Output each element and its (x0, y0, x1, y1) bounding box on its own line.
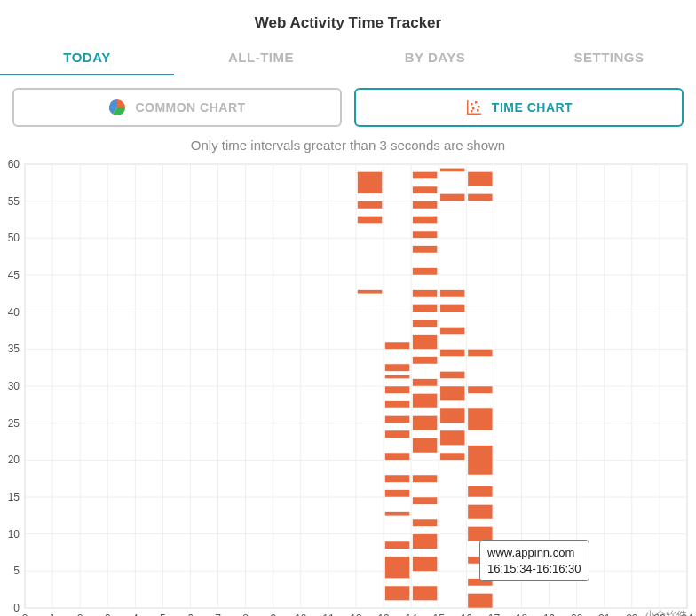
svg-rect-90 (440, 304, 465, 312)
svg-rect-2 (471, 103, 473, 106)
tab-by-days[interactable]: BY DAYS (348, 41, 522, 75)
svg-rect-5 (478, 106, 480, 108)
svg-text:8: 8 (242, 612, 249, 616)
svg-rect-51 (385, 342, 410, 349)
svg-text:12: 12 (350, 612, 362, 616)
svg-text:0: 0 (13, 602, 20, 614)
svg-text:4: 4 (132, 612, 138, 616)
svg-rect-47 (358, 171, 383, 193)
svg-rect-53 (385, 375, 410, 379)
svg-text:55: 55 (8, 195, 20, 208)
svg-rect-67 (413, 201, 438, 209)
svg-text:35: 35 (8, 343, 20, 355)
svg-rect-62 (385, 541, 410, 549)
svg-rect-79 (413, 415, 438, 430)
svg-rect-80 (413, 438, 438, 453)
svg-rect-81 (413, 475, 438, 482)
watermark: 小众软件 (645, 608, 687, 616)
svg-rect-55 (385, 401, 410, 408)
svg-text:14: 14 (405, 612, 417, 616)
subtab-common-chart[interactable]: COMMON CHART (12, 88, 342, 127)
svg-text:40: 40 (8, 306, 20, 319)
svg-rect-93 (440, 371, 465, 378)
svg-rect-65 (413, 171, 438, 178)
svg-rect-82 (413, 497, 438, 504)
svg-rect-84 (413, 534, 438, 549)
svg-rect-92 (440, 349, 465, 356)
scatter-chart-icon (465, 99, 483, 116)
svg-rect-68 (413, 216, 438, 223)
svg-rect-70 (413, 246, 438, 253)
svg-rect-85 (413, 557, 438, 572)
time-chart: 0123456789101112131415161718192021222324… (0, 160, 696, 616)
svg-rect-89 (440, 290, 465, 297)
svg-text:6: 6 (187, 612, 194, 616)
svg-rect-54 (385, 386, 410, 393)
subtab-time-chart[interactable]: TIME CHART (354, 88, 684, 127)
svg-rect-6 (471, 110, 473, 113)
svg-rect-95 (440, 408, 465, 423)
svg-text:5: 5 (13, 565, 20, 577)
svg-text:22: 22 (626, 612, 638, 616)
svg-text:1: 1 (50, 612, 56, 616)
svg-rect-71 (413, 268, 438, 275)
svg-rect-64 (385, 586, 410, 601)
svg-rect-7 (477, 109, 479, 112)
svg-rect-63 (385, 557, 410, 579)
svg-rect-78 (413, 393, 438, 408)
svg-text:60: 60 (8, 160, 20, 170)
svg-rect-58 (385, 453, 410, 460)
svg-rect-97 (440, 453, 465, 460)
svg-rect-50 (358, 290, 383, 294)
svg-rect-76 (413, 357, 438, 364)
chart-type-tabs: COMMON CHARTTIME CHART (0, 75, 696, 134)
svg-rect-101 (468, 386, 493, 393)
svg-text:18: 18 (516, 612, 528, 616)
svg-text:0: 0 (22, 612, 28, 616)
svg-rect-74 (413, 320, 438, 327)
svg-rect-109 (468, 593, 493, 608)
svg-rect-87 (440, 168, 465, 171)
svg-rect-69 (413, 231, 438, 238)
svg-text:25: 25 (8, 417, 20, 430)
svg-text:30: 30 (8, 380, 20, 392)
svg-text:3: 3 (105, 612, 111, 616)
svg-text:9: 9 (270, 612, 276, 616)
svg-text:50: 50 (8, 232, 20, 244)
svg-text:16: 16 (461, 612, 473, 616)
svg-rect-60 (385, 490, 410, 497)
chart-tooltip: www.appinn.com 16:15:34-16:16:30 (479, 540, 589, 581)
svg-rect-4 (472, 107, 475, 110)
svg-text:45: 45 (8, 269, 20, 281)
svg-rect-0 (467, 100, 469, 115)
svg-rect-83 (413, 519, 438, 526)
svg-rect-61 (385, 512, 410, 516)
svg-rect-57 (385, 430, 410, 438)
svg-text:19: 19 (543, 612, 556, 616)
svg-text:17: 17 (488, 612, 501, 616)
svg-rect-77 (413, 379, 438, 386)
svg-text:20: 20 (8, 454, 20, 466)
svg-text:10: 10 (8, 528, 20, 541)
svg-text:2: 2 (77, 612, 83, 616)
tab-settings[interactable]: SETTINGS (522, 41, 696, 75)
svg-text:7: 7 (215, 612, 221, 616)
svg-rect-100 (468, 349, 493, 356)
svg-rect-98 (468, 171, 493, 186)
svg-rect-94 (440, 386, 465, 401)
svg-rect-73 (413, 304, 438, 312)
tab-all-time[interactable]: ALL-TIME (174, 41, 348, 75)
svg-rect-49 (358, 216, 383, 223)
svg-rect-72 (413, 290, 438, 297)
tab-today[interactable]: TODAY (0, 41, 174, 75)
svg-rect-86 (413, 586, 438, 601)
svg-text:11: 11 (322, 612, 335, 616)
chart-subtitle: Only time intervals greater than 3 secon… (0, 134, 696, 160)
tooltip-range: 16:15:34-16:16:30 (487, 561, 581, 577)
svg-rect-66 (413, 186, 438, 193)
svg-rect-75 (413, 335, 438, 350)
svg-text:5: 5 (160, 612, 166, 616)
svg-text:15: 15 (8, 491, 20, 503)
svg-rect-99 (468, 193, 493, 201)
svg-rect-105 (468, 504, 493, 519)
